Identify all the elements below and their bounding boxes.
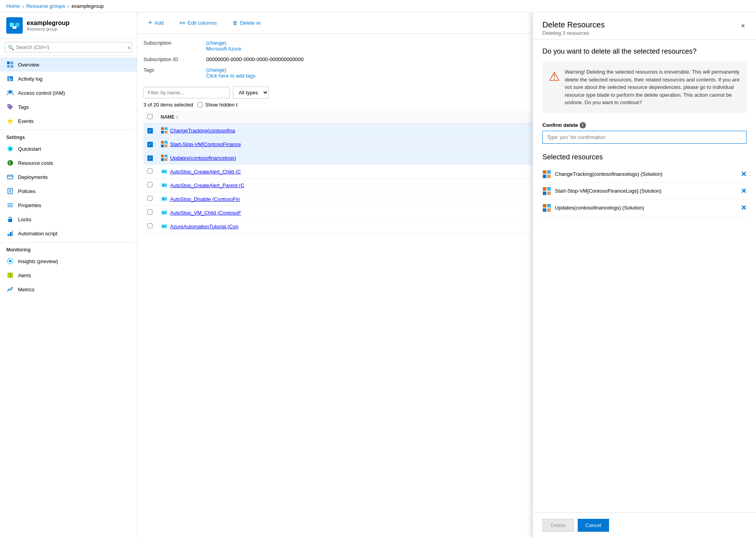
- svg-rect-75: [547, 175, 551, 178]
- sidebar-item-automation-script[interactable]: Automation script: [0, 226, 137, 240]
- delete-button[interactable]: 🗑 Delete re: [228, 18, 265, 28]
- modal-cancel-button[interactable]: Cancel: [578, 519, 609, 532]
- row-checkbox[interactable]: [147, 168, 152, 173]
- row-name-link[interactable]: Updates(contosofinancelogs): [170, 155, 236, 161]
- confirm-section: Confirm delete i: [542, 122, 747, 144]
- modal-resource-item: Updates(contosofinancelogs) (Solution) ✕: [542, 200, 747, 217]
- svg-text:!: !: [10, 273, 11, 278]
- edit-columns-button[interactable]: ≡≡ Edit columns: [175, 18, 222, 28]
- sidebar-subtitle: Resource group: [27, 27, 69, 31]
- row-name-link[interactable]: AutoStop_VM_Child (ContosoF: [170, 210, 241, 216]
- sidebar-item-quickstart[interactable]: Quickstart: [0, 142, 137, 156]
- sidebar-item-properties[interactable]: Properties: [0, 198, 137, 212]
- modal-resource-icon: [542, 170, 551, 179]
- row-checkbox-checked[interactable]: ✓: [147, 155, 153, 161]
- tags-change-link[interactable]: (change): [206, 67, 226, 73]
- svg-rect-55: [165, 172, 166, 172]
- svg-rect-56: [161, 183, 167, 188]
- sidebar-item-resource-costs[interactable]: $ Resource costs: [0, 156, 137, 170]
- svg-text:$: $: [9, 161, 11, 165]
- show-hidden-checkbox[interactable]: [198, 102, 203, 107]
- confirm-input[interactable]: [542, 131, 747, 144]
- sidebar-item-iam[interactable]: Access control (IAM): [0, 86, 137, 100]
- add-button[interactable]: + Add: [143, 16, 169, 29]
- subscription-id-label: Subscription ID: [143, 56, 206, 62]
- svg-point-57: [162, 184, 164, 186]
- subscription-id-value: 00000000-0000-0000-0000-000000000000: [206, 56, 304, 62]
- svg-rect-20: [7, 175, 13, 179]
- filter-type-dropdown[interactable]: All types: [233, 87, 269, 99]
- modal-close-button[interactable]: ×: [739, 20, 747, 32]
- svg-point-69: [162, 226, 164, 227]
- breadcrumb-resource-groups[interactable]: Resource groups: [26, 3, 65, 9]
- svg-rect-29: [8, 219, 12, 222]
- row-checkbox[interactable]: [147, 182, 152, 187]
- confirm-label: Confirm delete i: [542, 122, 747, 128]
- tags-icon: [6, 103, 14, 111]
- svg-rect-37: [161, 127, 164, 130]
- sidebar-item-activity-log[interactable]: Activity log: [0, 72, 137, 86]
- sidebar-item-quickstart-label: Quickstart: [18, 146, 41, 152]
- costs-icon: $: [6, 159, 14, 167]
- row-checkbox[interactable]: [147, 209, 152, 215]
- sidebar-item-tags[interactable]: Tags: [0, 100, 137, 114]
- tags-add-link[interactable]: Click here to add tags: [206, 73, 256, 79]
- sidebar-item-policies[interactable]: Policies: [0, 184, 137, 198]
- modal-body: Do you want to delete all the selected r…: [533, 40, 756, 512]
- row-checkbox[interactable]: [147, 223, 152, 228]
- warning-box: ⚠ Warning! Deleting the selected resourc…: [542, 62, 747, 113]
- sidebar-item-events[interactable]: Events: [0, 114, 137, 128]
- modal-delete-button[interactable]: Delete: [542, 519, 574, 532]
- tags-value: (change) Click here to add tags: [206, 67, 256, 79]
- row-name-link[interactable]: AutoStop_Disable (ContosoFin: [170, 196, 240, 202]
- svg-rect-64: [161, 211, 167, 215]
- modal-title: Delete Resources: [542, 20, 605, 29]
- sidebar-item-insights[interactable]: Insights (preview): [0, 254, 137, 268]
- svg-rect-45: [165, 144, 167, 147]
- svg-point-13: [11, 91, 13, 93]
- row-name-link[interactable]: ChangeTracking(contosofina: [170, 128, 235, 134]
- filter-name-input[interactable]: [143, 87, 230, 98]
- modal-title-group: Delete Resources Deleting 3 resources: [542, 20, 605, 36]
- modal-resource-item-left: Updates(contosofinancelogs) (Solution): [542, 204, 644, 212]
- subscription-name-link[interactable]: Microsoft Azure: [206, 46, 241, 52]
- sidebar-item-overview[interactable]: Overview: [0, 58, 137, 72]
- modal-resource-remove-button[interactable]: ✕: [741, 187, 747, 195]
- sidebar-item-deployments[interactable]: Deployments: [0, 170, 137, 184]
- sidebar-item-properties-label: Properties: [18, 202, 41, 208]
- modal-resource-remove-button[interactable]: ✕: [741, 170, 747, 179]
- subscription-change-link[interactable]: (change): [206, 40, 226, 46]
- row-name-link[interactable]: Start-Stop-VM[ContosoFinance: [170, 141, 241, 147]
- sidebar-item-locks[interactable]: Locks: [0, 212, 137, 226]
- sidebar-item-iam-label: Access control (IAM): [18, 90, 65, 96]
- svg-rect-6: [11, 65, 13, 68]
- svg-rect-5: [7, 65, 10, 68]
- collapse-btn[interactable]: «: [127, 44, 131, 51]
- modal-resource-name: ChangeTracking(contosofinancelogs) (Solu…: [555, 171, 662, 177]
- svg-point-12: [7, 91, 9, 93]
- svg-rect-9: [8, 79, 12, 79]
- activity-log-icon: [6, 75, 14, 83]
- row-checkbox[interactable]: [147, 196, 152, 201]
- sidebar: examplegroup Resource group 🔍 « Overview: [0, 13, 137, 538]
- breadcrumb: Home › Resource groups › examplegroup: [0, 0, 756, 13]
- svg-marker-15: [7, 118, 13, 124]
- row-name-link[interactable]: AzureAutomationTutorial (Con: [170, 224, 238, 229]
- deployments-icon: [6, 173, 14, 181]
- svg-rect-32: [12, 231, 13, 236]
- select-all-checkbox[interactable]: [147, 114, 152, 119]
- sort-icon[interactable]: ↕: [176, 114, 178, 120]
- sidebar-item-alerts[interactable]: ! Alerts: [0, 268, 137, 282]
- row-checkbox-checked[interactable]: ✓: [147, 142, 153, 147]
- row-checkbox-checked[interactable]: ✓: [147, 128, 153, 134]
- row-name-link[interactable]: AutoStop_CreateAlert_Child (C: [170, 169, 241, 175]
- modal-resource-icon: [542, 187, 551, 195]
- svg-rect-10: [8, 80, 11, 81]
- breadcrumb-home[interactable]: Home: [6, 3, 20, 9]
- svg-rect-62: [165, 198, 167, 199]
- modal-resource-remove-button[interactable]: ✕: [741, 204, 747, 212]
- modal-question: Do you want to delete all the selected r…: [542, 47, 747, 56]
- row-name-link[interactable]: AutoStop_CreateAlert_Parent (C: [170, 182, 244, 188]
- search-input[interactable]: [5, 42, 132, 52]
- sidebar-item-metrics[interactable]: Metrics: [0, 282, 137, 296]
